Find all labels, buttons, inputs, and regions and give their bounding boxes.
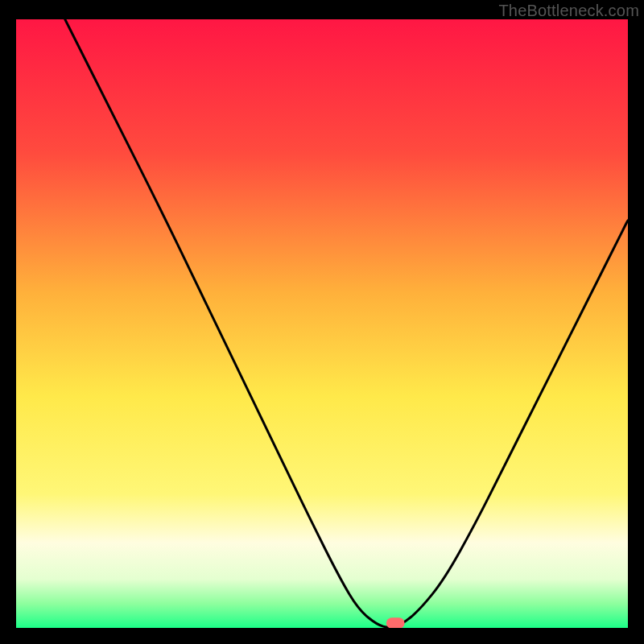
current-config-marker — [386, 617, 405, 628]
chart-svg — [16, 19, 628, 628]
heatmap-background — [16, 19, 628, 628]
plot-area — [16, 19, 628, 628]
chart-container: TheBottleneck.com — [0, 0, 644, 644]
watermark-label: TheBottleneck.com — [498, 2, 639, 20]
